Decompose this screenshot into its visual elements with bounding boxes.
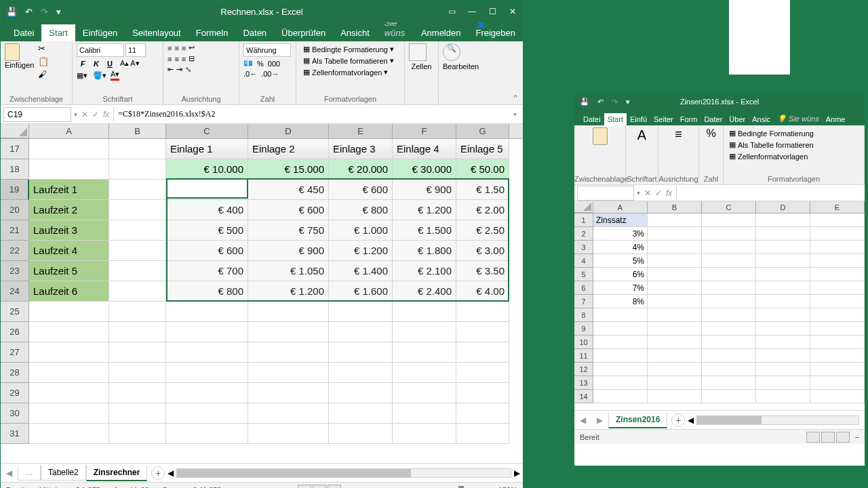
- col-header-b-2[interactable]: B: [648, 201, 702, 213]
- undo-icon-2[interactable]: ↶: [597, 98, 604, 106]
- cell-D31[interactable]: [248, 424, 329, 444]
- cell-F28[interactable]: [393, 363, 456, 383]
- row-header-21[interactable]: 21: [1, 220, 29, 241]
- cell-2-B4[interactable]: [648, 254, 702, 268]
- cell-F29[interactable]: [393, 383, 456, 403]
- cell-E17[interactable]: Einlage 3: [329, 139, 393, 159]
- cell-D24[interactable]: € 1.200: [248, 281, 329, 302]
- cell-A21[interactable]: Laufzeit 3: [29, 220, 109, 241]
- alignment-icon-2[interactable]: ≡: [661, 127, 696, 142]
- hscroll-right-icon[interactable]: ▶: [514, 468, 520, 478]
- cell-G21[interactable]: € 2.50: [456, 220, 509, 241]
- cell-2-C2[interactable]: [702, 227, 756, 241]
- cell-C25[interactable]: [166, 302, 248, 322]
- wrap-text-icon[interactable]: ↩: [189, 43, 195, 52]
- number-format-dropdown[interactable]: [243, 43, 291, 57]
- cell-G27[interactable]: [456, 342, 509, 363]
- paste-icon-2[interactable]: [593, 127, 608, 145]
- increase-decimal-icon[interactable]: .0←: [243, 70, 257, 78]
- cell-C18[interactable]: € 10.000: [166, 159, 248, 180]
- cell-C26[interactable]: [166, 322, 248, 342]
- font-grow-icon[interactable]: A▴: [120, 59, 129, 68]
- cell-E31[interactable]: [329, 424, 393, 444]
- cell-F19[interactable]: € 900: [393, 180, 456, 200]
- cell-2-E1[interactable]: [810, 214, 865, 227]
- spreadsheet-grid[interactable]: A B C D E F G 17Einlage 1Einlage 2Einlag…: [1, 124, 523, 463]
- cell-A20[interactable]: Laufzeit 2: [29, 200, 109, 220]
- hscrollbar[interactable]: [176, 468, 511, 478]
- row-header-2-2[interactable]: 2: [574, 227, 593, 241]
- conditional-formatting-button[interactable]: ▦ Bedingte Formatierung ▾: [300, 43, 400, 55]
- tab-file[interactable]: Datei: [6, 24, 41, 41]
- cell-D26[interactable]: [248, 322, 329, 342]
- cell-B26[interactable]: [109, 322, 166, 342]
- cell-2-B5[interactable]: [648, 268, 702, 281]
- view-page-break-icon-2[interactable]: [836, 432, 850, 443]
- cell-F24[interactable]: € 2.400: [393, 281, 456, 302]
- currency-icon[interactable]: 💶: [243, 59, 253, 68]
- tab-ansicht[interactable]: Ansicht: [333, 24, 377, 41]
- cell-C21[interactable]: € 500: [166, 220, 248, 241]
- cell-A19[interactable]: Laufzeit 1: [29, 180, 109, 200]
- cell-A30[interactable]: [29, 403, 109, 424]
- cell-C29[interactable]: [166, 383, 248, 403]
- cell-F27[interactable]: [393, 342, 456, 363]
- add-sheet-button[interactable]: +: [151, 466, 165, 480]
- tab-ueberpruefen[interactable]: Überprüfen: [274, 24, 333, 41]
- cell-B24[interactable]: [109, 281, 166, 302]
- qat-more-icon[interactable]: ▾: [56, 7, 61, 17]
- col-header-a[interactable]: A: [29, 124, 109, 138]
- tab-start[interactable]: Start: [41, 24, 75, 41]
- undo-icon[interactable]: ↶: [25, 7, 33, 17]
- cell-A29[interactable]: [29, 383, 109, 403]
- align-top-icon[interactable]: ≡: [167, 44, 172, 52]
- sheet-nav-prev-icon[interactable]: ◀: [1, 468, 18, 478]
- cell-2-D1[interactable]: [756, 214, 810, 227]
- cell-F18[interactable]: € 30.000: [393, 159, 456, 180]
- cell-2-B14[interactable]: [648, 390, 702, 403]
- row-header-2-5[interactable]: 5: [574, 268, 593, 281]
- fill-color-icon[interactable]: 🪣▾: [93, 71, 106, 80]
- cell-2-A10[interactable]: [593, 336, 648, 349]
- expand-formula-bar-icon[interactable]: ▾: [513, 110, 523, 118]
- row-header-24[interactable]: 24: [1, 281, 29, 302]
- cell-2-C6[interactable]: [702, 281, 756, 295]
- cell-2-B6[interactable]: [648, 281, 702, 295]
- editing-icon[interactable]: 🔍: [443, 43, 460, 61]
- view-page-layout-icon[interactable]: [313, 485, 326, 489]
- cell-2-C13[interactable]: [702, 376, 756, 390]
- cell-B31[interactable]: [109, 424, 166, 444]
- name-box[interactable]: C19: [3, 107, 71, 122]
- cell-styles-button[interactable]: ▦ Zellenformatvorlagen ▾: [300, 66, 400, 78]
- cell-D30[interactable]: [248, 403, 329, 424]
- cell-A28[interactable]: [29, 363, 109, 383]
- align-middle-icon[interactable]: ≡: [174, 44, 178, 52]
- cell-A18[interactable]: [29, 159, 109, 180]
- tab-formeln[interactable]: Formeln: [189, 24, 236, 41]
- anmelden-link[interactable]: Anmelden: [414, 24, 469, 41]
- tab-einfu-2[interactable]: Einfü: [627, 113, 650, 125]
- cell-G17[interactable]: Einlage 5: [456, 139, 509, 159]
- minimize-button[interactable]: —: [462, 3, 482, 20]
- cells-icon[interactable]: [409, 43, 427, 61]
- hscroll-left-icon-2[interactable]: ◀: [688, 415, 694, 425]
- row-header-23[interactable]: 23: [1, 261, 29, 281]
- cell-2-A3[interactable]: 4%: [593, 241, 648, 254]
- cell-2-B13[interactable]: [648, 376, 702, 390]
- cell-G24[interactable]: € 4.00: [456, 281, 509, 302]
- indent-decrease-icon[interactable]: ⇤: [167, 65, 174, 74]
- col-header-e-2[interactable]: E: [810, 201, 865, 213]
- font-size-dropdown[interactable]: [125, 43, 146, 57]
- cell-B17[interactable]: [109, 139, 166, 159]
- cell-2-A2[interactable]: 3%: [593, 227, 648, 241]
- add-sheet-button-2[interactable]: +: [671, 413, 685, 427]
- cell-2-D9[interactable]: [756, 322, 810, 336]
- cell-E27[interactable]: [329, 342, 393, 363]
- cell-D27[interactable]: [248, 342, 329, 363]
- cell-G23[interactable]: € 3.50: [456, 261, 509, 281]
- col-header-a-2[interactable]: A: [593, 201, 648, 213]
- zoom-level[interactable]: 150%: [498, 486, 517, 489]
- row-header-18[interactable]: 18: [1, 159, 29, 180]
- cell-D21[interactable]: € 750: [248, 220, 329, 241]
- enter-formula-icon-2[interactable]: ✓: [655, 188, 662, 198]
